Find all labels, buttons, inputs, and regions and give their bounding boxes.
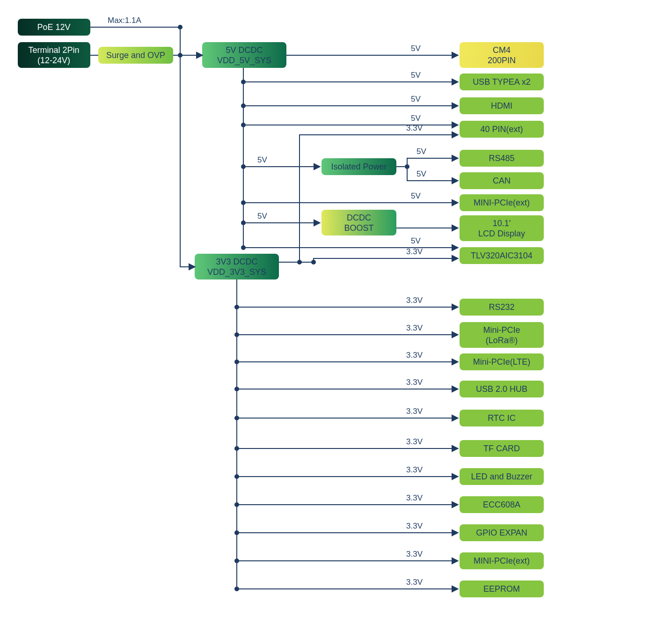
label-ecc: ECC608A <box>483 500 520 509</box>
svg-text:5V: 5V <box>411 71 421 80</box>
label-can: CAN <box>493 176 511 185</box>
label-lte: Mini-PCIe(LTE) <box>473 357 531 367</box>
label-40pin: 40 PIN(ext) <box>480 125 523 134</box>
label-rtc: RTC IC <box>488 413 516 423</box>
label-poe: PoE 12V <box>37 22 70 32</box>
label-rs485: RS485 <box>489 154 514 163</box>
label-lcd-l1: 10.1' <box>493 219 511 228</box>
label-lora-l1: Mini-PCIe <box>483 325 520 335</box>
svg-text:3.3V: 3.3V <box>406 407 423 416</box>
svg-text:3.3V: 3.3V <box>406 351 423 360</box>
svg-text:5V: 5V <box>257 212 267 220</box>
label-rs232: RS232 <box>489 302 514 312</box>
svg-text:5V: 5V <box>411 236 421 245</box>
wire-40pin-3v3 <box>299 135 458 262</box>
svg-text:5V: 5V <box>416 169 426 178</box>
svg-text:3.3V: 3.3V <box>406 522 423 530</box>
node-poe <box>178 25 183 29</box>
label-usb-typea: USB TYPEA x2 <box>473 77 531 87</box>
svg-text:3.3V: 3.3V <box>406 578 423 587</box>
svg-text:3.3V: 3.3V <box>406 247 423 256</box>
label-isolated: Isolated Power <box>331 162 387 171</box>
label-tf: TF CARD <box>483 444 520 453</box>
rail-cm4: 5V <box>411 44 421 53</box>
label-led-buzzer: LED and Buzzer <box>471 472 532 481</box>
label-gpio: GPIO EXPAN <box>476 528 527 537</box>
svg-text:5V: 5V <box>411 114 421 123</box>
svg-text:5V: 5V <box>411 191 421 200</box>
label-5v-dcdc-l1: 5V DCDC <box>226 45 263 55</box>
wire-tlv-3v3 <box>314 258 458 262</box>
label-terminal-l2: (12-24V) <box>37 56 70 65</box>
label-cm4-l2: 200PIN <box>488 56 516 65</box>
label-tlv: TLV320AIC3104 <box>471 251 533 260</box>
svg-text:5V: 5V <box>411 95 421 103</box>
label-mini-pcie-ext: MINI-PCIe(ext) <box>474 198 530 207</box>
label-hdmi: HDMI <box>491 101 512 110</box>
svg-text:5V: 5V <box>416 147 426 156</box>
label-eeprom: EEPROM <box>483 584 520 594</box>
svg-text:3.3V: 3.3V <box>406 296 423 305</box>
power-block-diagram: PoE 12V Terminal 2Pin (12-24V) Surge and… <box>9 9 672 632</box>
label-surge: Surge and OVP <box>106 51 165 60</box>
label-boost-l1: DCDC <box>347 213 371 222</box>
wire-can <box>407 167 458 181</box>
label-cm4-l1: CM4 <box>493 45 511 55</box>
label-max: Max:1.1A <box>108 16 141 25</box>
svg-text:3.3V: 3.3V <box>406 323 423 332</box>
wire-to-3v3 <box>180 55 195 267</box>
svg-text:3.3V: 3.3V <box>406 465 423 474</box>
svg-text:3.3V: 3.3V <box>406 493 423 502</box>
svg-text:3.3V: 3.3V <box>406 124 423 132</box>
label-lora-l2: (LoRa®) <box>486 336 518 345</box>
wires-3v3-group: 3.3V 3.3V 3.3V 3.3V 3.3V 3.3V 3.3V 3.3V … <box>234 296 458 591</box>
label-3v3-dcdc-l1: 3V3 DCDC <box>216 257 257 266</box>
svg-text:3.3V: 3.3V <box>406 437 423 446</box>
label-terminal-l1: Terminal 2Pin <box>28 45 79 55</box>
label-usb-hub: USB 2.0 HUB <box>476 384 527 394</box>
label-boost-l2: BOOST <box>344 223 373 233</box>
label-3v3-dcdc-l2: VDD_3V3_SYS <box>207 267 266 277</box>
label-lcd-l2: LCD Display <box>478 229 525 238</box>
svg-text:5V: 5V <box>257 155 267 164</box>
label-mini-pcie-ext2: MINI-PCIe(ext) <box>474 556 530 566</box>
svg-point-12 <box>405 164 409 169</box>
svg-text:3.3V: 3.3V <box>406 378 423 387</box>
svg-text:3.3V: 3.3V <box>406 550 423 559</box>
label-5v-dcdc-l2: VDD_5V_SYS <box>217 56 271 66</box>
